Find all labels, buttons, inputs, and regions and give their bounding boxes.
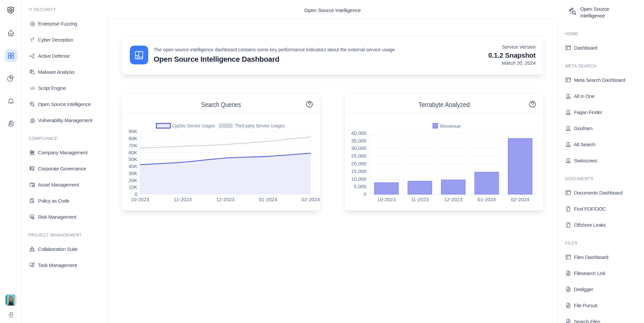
svg-text:02-2024: 02-2024	[302, 197, 320, 202]
svg-text:30,000: 30,000	[351, 146, 367, 151]
svg-text:01-2024: 01-2024	[478, 197, 496, 202]
svg-text:80K: 80K	[128, 136, 138, 141]
svg-text:40K: 40K	[128, 164, 138, 169]
svg-text:25,000: 25,000	[351, 153, 367, 159]
svg-text:12-2023: 12-2023	[444, 197, 463, 202]
svg-text:10-2023: 10-2023	[377, 197, 396, 202]
svg-text:10-2023: 10-2023	[131, 197, 149, 202]
svg-text:11-2023: 11-2023	[174, 197, 192, 202]
svg-text:Revenue: Revenue	[440, 123, 461, 129]
svg-text:35,000: 35,000	[351, 138, 367, 144]
svg-text:0: 0	[364, 192, 366, 197]
svg-text:50K: 50K	[128, 157, 138, 162]
svg-text:20,000: 20,000	[351, 161, 367, 166]
svg-text:12-2023: 12-2023	[216, 197, 235, 202]
svg-text:20K: 20K	[128, 178, 138, 183]
svg-text:CypSec Service Usages: CypSec Service Usages	[172, 123, 215, 128]
svg-text:Terrabyte Analyzed: Terrabyte Analyzed	[418, 101, 470, 108]
svg-text:40,000: 40,000	[351, 130, 367, 136]
svg-text:60K: 60K	[128, 150, 138, 155]
svg-text:10K: 10K	[128, 184, 138, 190]
svg-text:0: 0	[135, 192, 137, 197]
svg-text:02-2024: 02-2024	[511, 197, 529, 202]
svg-text:10,000: 10,000	[351, 176, 367, 182]
svg-text:01-2024: 01-2024	[259, 197, 277, 202]
svg-text:5,000: 5,000	[354, 184, 366, 189]
svg-text:70K: 70K	[128, 143, 138, 148]
svg-text:15,000: 15,000	[351, 169, 367, 174]
svg-text:90K: 90K	[128, 129, 138, 134]
svg-text:11-2023: 11-2023	[411, 197, 429, 202]
svg-text:30K: 30K	[128, 171, 138, 176]
svg-text:Search Queries: Search Queries	[201, 101, 241, 108]
svg-text:Third party Service Usages: Third party Service Usages	[235, 123, 285, 128]
